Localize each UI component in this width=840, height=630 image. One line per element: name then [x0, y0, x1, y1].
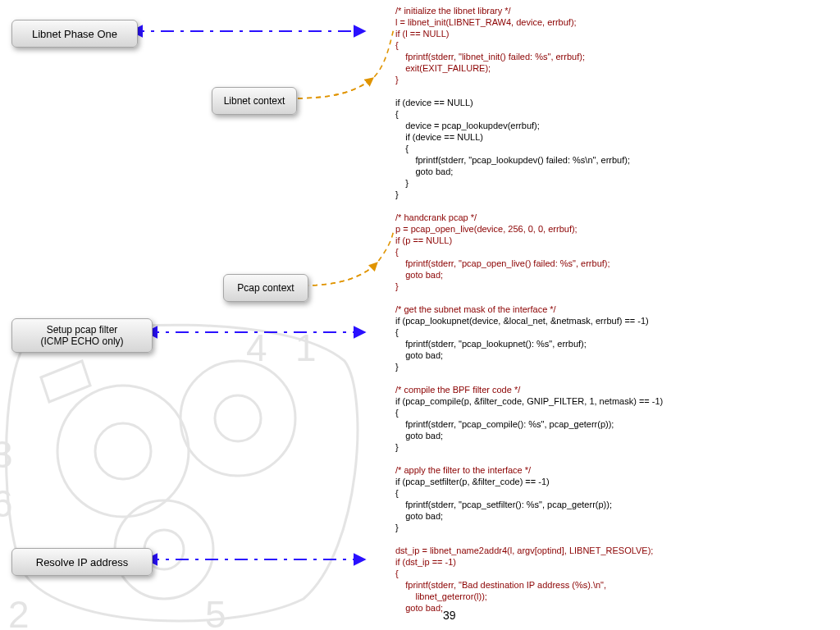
- code-line: if (pcap_compile(p, &filter_code, GNIP_F…: [395, 396, 663, 406]
- code-line: fprintf(stderr, "pcap_lookupdev() failed…: [395, 155, 630, 165]
- code-line: fprintf(stderr, "pcap_setfilter(): %s", …: [395, 500, 612, 509]
- code-line: fprintf(stderr, "pcap_lookupnet(): %s", …: [395, 339, 587, 349]
- code-line: }: [395, 362, 399, 372]
- box-pcap-context: Pcap context: [223, 274, 308, 302]
- code-line: if (pcap_lookupnet(device, &local_net, &…: [395, 316, 649, 326]
- svg-point-1: [95, 423, 151, 479]
- code-line: }: [395, 189, 399, 199]
- code-line: if (device == NULL): [395, 98, 473, 107]
- code-line: p = pcap_open_live(device, 256, 0, 0, er…: [395, 224, 578, 234]
- code-line: /* initialize the libnet library */: [395, 6, 511, 16]
- box-setup-pcap-filter: Setup pcap filter (ICMP ECHO only): [11, 318, 153, 353]
- code-line: fprintf(stderr, "libnet_init() failed: %…: [395, 52, 585, 62]
- code-line: goto bad;: [395, 431, 443, 441]
- code-line: if (device == NULL): [395, 132, 483, 142]
- code-line: if (p == NULL): [395, 235, 452, 245]
- code-line: }: [395, 75, 399, 84]
- code-line: {: [395, 568, 399, 578]
- code-line: {: [395, 327, 399, 337]
- svg-point-2: [180, 361, 295, 476]
- svg-text:3: 3: [0, 433, 13, 476]
- code-line: }: [395, 442, 399, 452]
- code-line: /* compile the BPF filter code */: [395, 385, 520, 395]
- code-line: /* handcrank pcap */: [395, 212, 477, 222]
- svg-text:1: 1: [295, 326, 317, 369]
- code-line: {: [395, 488, 399, 498]
- code-line: if (l == NULL): [395, 29, 449, 39]
- svg-point-3: [215, 395, 261, 441]
- code-line: }: [395, 178, 409, 188]
- code-line: fprintf(stderr, "Bad destination IP addr…: [395, 580, 606, 590]
- code-line: goto bad;: [395, 350, 443, 360]
- box-resolve-ip: Resolve IP address: [11, 548, 153, 576]
- code-line: {: [395, 408, 399, 418]
- code-line: exit(EXIT_FAILURE);: [395, 63, 491, 73]
- code-line: /* apply the filter to the interface */: [395, 465, 531, 475]
- code-line: if (dst_ip == -1): [395, 557, 456, 567]
- code-line: goto bad;: [395, 603, 443, 613]
- code-line: {: [395, 144, 409, 153]
- code-line: }: [395, 523, 399, 532]
- code-line: {: [395, 109, 399, 119]
- code-line: {: [395, 40, 399, 50]
- svg-point-0: [57, 386, 189, 517]
- page-number: 39: [443, 609, 456, 622]
- code-line: libnet_geterror(l));: [395, 591, 487, 601]
- svg-text:4: 4: [246, 326, 267, 369]
- svg-text:5: 5: [205, 593, 226, 630]
- box-libnet-phase-one: Libnet Phase One: [11, 20, 138, 48]
- code-line: l = libnet_init(LIBNET_RAW4, device, err…: [395, 17, 577, 27]
- code-line: dst_ip = libnet_name2addr4(l, argv[optin…: [395, 546, 653, 555]
- svg-text:6: 6: [0, 482, 13, 525]
- code-line: fprintf(stderr, "pcap_open_live() failed…: [395, 258, 610, 268]
- code-line: fprintf(stderr, "pcap_compile(): %s", pc…: [395, 419, 614, 429]
- svg-text:2: 2: [8, 593, 30, 630]
- code-line: device = pcap_lookupdev(errbuf);: [395, 121, 540, 130]
- code-line: /* get the subnet mask of the interface …: [395, 304, 556, 314]
- code-listing: /* initialize the libnet library */ l = …: [395, 5, 830, 614]
- code-line: if (pcap_setfilter(p, &filter_code) == -…: [395, 477, 550, 486]
- code-line: {: [395, 247, 399, 257]
- code-line: goto bad;: [395, 167, 453, 176]
- code-line: }: [395, 281, 399, 291]
- code-line: goto bad;: [395, 511, 443, 521]
- box-libnet-context: Libnet context: [212, 87, 297, 115]
- code-line: goto bad;: [395, 270, 443, 280]
